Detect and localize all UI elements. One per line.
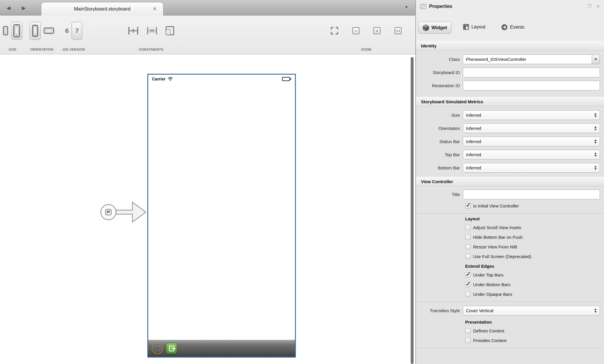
- is-initial-vc-checkbox[interactable]: ✓: [465, 203, 470, 209]
- zoom-fit-icon[interactable]: [331, 27, 338, 35]
- adjust-scroll-insets-checkbox[interactable]: [465, 225, 470, 230]
- provides-context-checkbox[interactable]: [465, 338, 470, 343]
- section-simulated-metrics: Storyboard Simulated Metrics: [416, 97, 604, 106]
- tab-title: MainStoryboard.storyboard: [74, 6, 131, 12]
- canvas-scrollbar[interactable]: [410, 56, 414, 364]
- provides-context-row[interactable]: Provides Context: [465, 336, 604, 345]
- transition-style-popup[interactable]: Cover Vertical: [463, 306, 600, 315]
- resize-view-checkbox[interactable]: [465, 244, 470, 250]
- orientation-label: Orientation: [416, 126, 463, 131]
- storyboard-id-field[interactable]: [463, 68, 600, 77]
- zoom-out-icon[interactable]: −: [352, 27, 359, 34]
- defines-context-label: Defines Context: [473, 328, 504, 333]
- stepper-icon: [594, 150, 597, 159]
- checkmark-icon: ✓: [466, 271, 471, 278]
- cube-icon: [423, 24, 429, 31]
- constraints-group-label: CONSTRAINTS: [120, 48, 182, 51]
- view-controller-icon[interactable]: [152, 343, 163, 354]
- tab-layout-label: Layout: [471, 24, 485, 30]
- hide-bottom-bar-row[interactable]: Hide Bottom Bar on Push: [465, 232, 604, 242]
- under-bottom-bars-row[interactable]: ✓ Under Bottom Bars: [465, 280, 604, 289]
- add-constraint-icon[interactable]: [128, 26, 139, 35]
- tab-overflow-icon[interactable]: ▼: [405, 5, 408, 9]
- tab-mainstoryboard[interactable]: MainStoryboard.storyboard ✕: [41, 2, 163, 16]
- initial-view-controller-arrow[interactable]: [100, 198, 149, 226]
- size-popup[interactable]: Inferred: [463, 110, 600, 120]
- class-value[interactable]: Phoneword_iOSViewController: [463, 54, 592, 64]
- under-bottom-bars-checkbox[interactable]: ✓: [465, 282, 470, 287]
- class-dropdown-button[interactable]: [592, 54, 600, 64]
- use-full-screen-row[interactable]: Use Full Screen (Deprecated): [465, 252, 604, 261]
- under-opaque-bars-row[interactable]: Under Opaque Bars: [465, 289, 604, 299]
- navigate-forward-button[interactable]: ▶: [20, 4, 28, 12]
- exit-segue-icon[interactable]: [166, 343, 177, 354]
- bottom-bar-label: Bottom Bar: [416, 165, 463, 170]
- adjust-scroll-insets-label: Adjust Scroll View Insets: [473, 225, 521, 230]
- provides-context-label: Provides Context: [473, 338, 506, 343]
- ios-version-group: 6 7 iOS VERSION: [59, 16, 89, 54]
- tab-events-label: Events: [510, 25, 524, 30]
- top-bar-popup[interactable]: Inferred: [463, 150, 600, 159]
- transition-style-row: Transition Style Cover Vertical: [416, 304, 604, 317]
- storyboard-canvas[interactable]: Carrier: [0, 54, 415, 364]
- tab-events[interactable]: Events: [497, 22, 528, 33]
- storyboard-id-label: Storyboard ID: [416, 70, 463, 75]
- hide-bottom-bar-checkbox[interactable]: [465, 235, 470, 240]
- under-top-bars-checkbox[interactable]: ✓: [465, 272, 470, 278]
- section-view-controller: View Controller: [416, 177, 604, 186]
- status-bar-popup[interactable]: Inferred: [463, 137, 600, 146]
- size-group-label: SIZE: [0, 48, 25, 51]
- ios-version-6-button[interactable]: 6: [65, 27, 69, 34]
- size-iphone-tall-button[interactable]: [11, 22, 22, 40]
- remove-constraint-icon[interactable]: [146, 26, 158, 35]
- navigate-back-button[interactable]: ◀: [5, 4, 12, 12]
- tab-widget[interactable]: Widget: [418, 22, 451, 34]
- class-label: Class: [416, 57, 463, 62]
- zoom-group: − + 1:1 ZOOM: [322, 16, 410, 54]
- panel-dock-icon[interactable]: ❐: [587, 4, 591, 9]
- carrier-label: Carrier: [152, 77, 165, 81]
- under-opaque-bars-checkbox[interactable]: [465, 292, 470, 297]
- title-row: Title: [416, 188, 604, 201]
- ios-version-7-button[interactable]: 7: [71, 22, 82, 40]
- divider: [416, 348, 604, 348]
- tab-close-icon[interactable]: ✕: [153, 6, 157, 12]
- designer-window: ◀ ▶ MainStoryboard.storyboard ✕ ▼: [0, 0, 604, 364]
- restoration-id-field[interactable]: [463, 81, 600, 90]
- constraints-group: CONSTRAINTS: [120, 16, 182, 54]
- bottom-bar-popup[interactable]: Inferred: [463, 163, 600, 173]
- update-frames-icon[interactable]: [165, 26, 175, 36]
- size-iphone-button[interactable]: [3, 26, 8, 35]
- tab-layout[interactable]: Layout: [459, 22, 489, 32]
- use-full-screen-checkbox[interactable]: [465, 254, 470, 259]
- storyboard-editor: ◀ ▶ MainStoryboard.storyboard ✕ ▼: [0, 0, 416, 364]
- class-combo[interactable]: Phoneword_iOSViewController: [463, 54, 600, 64]
- designer-toolbar: SIZE ORIENTATION 6 7: [0, 16, 415, 54]
- is-initial-vc-row[interactable]: ✓ Is Initial View Controller: [465, 201, 604, 211]
- resize-view-row[interactable]: Resize View From NIB: [465, 242, 604, 252]
- orientation-popup[interactable]: Inferred: [463, 123, 600, 133]
- zoom-group-label: ZOOM: [322, 48, 410, 51]
- adjust-scroll-insets-row[interactable]: Adjust Scroll View Insets: [465, 223, 604, 232]
- ios-version-group-label: iOS VERSION: [59, 48, 89, 51]
- orientation-portrait-button[interactable]: [30, 22, 41, 40]
- defines-context-row[interactable]: Defines Context: [465, 326, 604, 336]
- size-label: Size: [416, 113, 463, 118]
- canvas-scrollbar-thumb[interactable]: [411, 57, 414, 364]
- orientation-value: Inferred: [466, 126, 481, 131]
- zoom-in-icon[interactable]: +: [373, 27, 381, 34]
- toolbar-spacer: [89, 16, 120, 54]
- tab-widget-label: Widget: [431, 25, 447, 30]
- view-controller-view[interactable]: Carrier: [147, 74, 296, 358]
- title-field[interactable]: [463, 190, 600, 199]
- under-top-bars-row[interactable]: ✓ Under Top Bars: [465, 270, 604, 280]
- defines-context-checkbox[interactable]: [465, 328, 470, 334]
- properties-header: Properties ❐ ✕: [416, 0, 604, 13]
- resize-view-label: Resize View From NIB: [473, 244, 517, 249]
- panel-close-icon[interactable]: ✕: [596, 4, 600, 9]
- stepper-icon: [594, 111, 597, 120]
- zoom-actual-size-icon[interactable]: 1:1: [395, 27, 402, 34]
- presentation-heading: Presentation: [465, 317, 604, 326]
- orientation-landscape-button[interactable]: [44, 28, 54, 34]
- properties-panel: Properties ❐ ✕ Widget Layout Ev: [416, 0, 604, 364]
